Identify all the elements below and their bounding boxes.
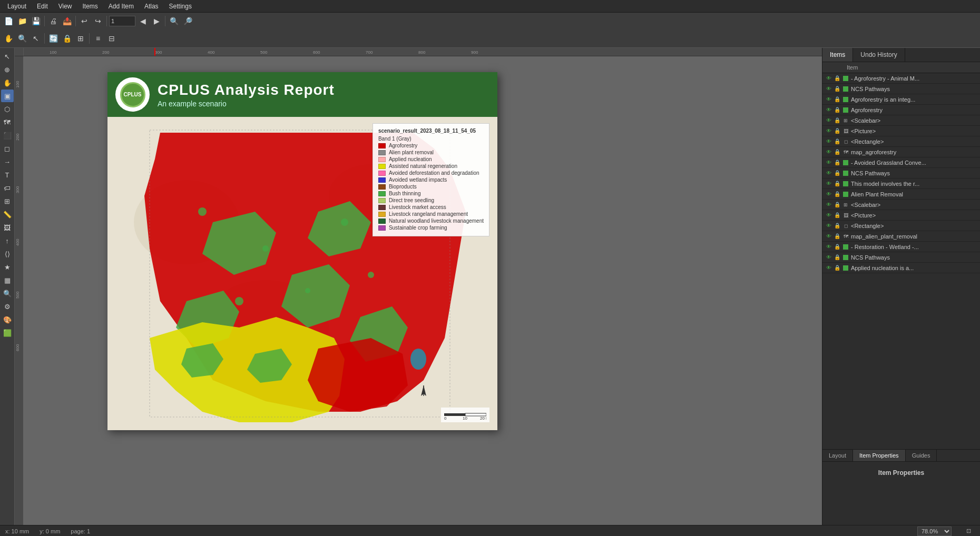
eye-icon[interactable]: 👁 [825, 127, 833, 135]
list-item[interactable]: 👁 🔒 NCS Pathways [822, 84, 980, 94]
left-add-arrow[interactable]: → [1, 155, 14, 168]
list-item[interactable]: 👁 🔒 🗺 map_agroforestry [822, 147, 980, 157]
item-name: NCS Pathways [851, 170, 978, 176]
tool-align[interactable]: ≡ [92, 32, 104, 45]
items-list[interactable]: 👁 🔒 - Agroforestry - Animal M... 👁 🔒 NCS… [822, 73, 980, 449]
menu-atlas[interactable]: Atlas [140, 2, 163, 11]
tool-pan[interactable]: ✋ [2, 32, 15, 45]
left-add-north[interactable]: ↑ [1, 234, 14, 247]
eye-icon[interactable]: 👁 [825, 180, 833, 188]
zoom-select[interactable]: 78.0% 50% 75% 100% 125% 150% [917, 527, 952, 536]
redo-btn[interactable]: ↪ [92, 15, 104, 27]
eye-icon[interactable]: 👁 [825, 95, 833, 104]
list-item[interactable]: 👁 🔒 NCS Pathways [822, 252, 980, 263]
left-add-text[interactable]: T [1, 168, 14, 181]
menu-view[interactable]: View [54, 2, 76, 11]
tab-undo-history[interactable]: Undo History [853, 48, 905, 62]
eye-icon[interactable]: 👁 [825, 106, 833, 114]
tab-guides[interactable]: Guides [906, 450, 937, 461]
left-cursor[interactable]: ↖ [1, 50, 14, 63]
list-item[interactable]: 👁 🔒 🖼 <Picture> [822, 210, 980, 221]
eye-icon[interactable]: 👁 [825, 201, 833, 209]
tab-layout[interactable]: Layout [822, 450, 853, 461]
menu-layout[interactable]: Layout [3, 2, 31, 11]
list-item[interactable]: 👁 🔒 ◻ <Rectangle> [822, 136, 980, 147]
list-item[interactable]: 👁 🔒 🖼 <Picture> [822, 126, 980, 136]
sep2 [75, 16, 76, 26]
eye-icon[interactable]: 👁 [825, 148, 833, 156]
list-item[interactable]: 👁 🔒 - Avoided Grassland Conve... [822, 157, 980, 168]
list-item[interactable]: 👁 🔒 Agroforestry [822, 105, 980, 115]
left-add-shape[interactable]: ◻ [1, 142, 14, 155]
left-select[interactable]: ▣ [1, 90, 14, 102]
left-atlas[interactable]: ★ [1, 261, 14, 273]
left-node[interactable]: ⬡ [1, 103, 14, 115]
save-btn[interactable]: 💾 [30, 15, 42, 27]
left-add-html[interactable]: ⟨⟩ [1, 247, 14, 260]
tool-distribute[interactable]: ⊟ [105, 32, 118, 45]
menu-items[interactable]: Items [79, 2, 102, 11]
export-btn[interactable]: 📤 [61, 15, 73, 27]
eye-icon[interactable]: 👁 [825, 116, 833, 125]
menu-edit[interactable]: Edit [33, 2, 52, 11]
left-add-legend[interactable]: ⊞ [1, 195, 14, 207]
left-add-map[interactable]: 🗺 [1, 116, 14, 128]
tool-refresh[interactable]: 🔄 [47, 32, 60, 45]
tool-group[interactable]: ⊞ [74, 32, 87, 45]
print-btn[interactable]: 🖨 [47, 15, 60, 27]
tool-zoom[interactable]: 🔍 [16, 32, 28, 45]
list-item[interactable]: 👁 🔒 - Restoration - Wetland -... [822, 242, 980, 252]
left-color[interactable]: 🎨 [1, 313, 14, 326]
list-item[interactable]: 👁 🔒 This model involves the r... [822, 178, 980, 189]
left-add-label[interactable]: 🏷 [1, 182, 14, 194]
left-add-3d[interactable]: ⬛ [1, 129, 14, 142]
tab-items[interactable]: Items [822, 48, 853, 62]
eye-icon[interactable]: 👁 [825, 158, 833, 167]
list-item[interactable]: 👁 🔒 ◻ <Rectangle> [822, 221, 980, 231]
open-btn[interactable]: 📁 [16, 15, 28, 27]
eye-icon[interactable]: 👁 [825, 264, 833, 272]
eye-icon[interactable]: 👁 [825, 232, 833, 241]
menu-settings[interactable]: Settings [165, 2, 196, 11]
list-item[interactable]: 👁 🔒 🗺 map_alien_plant_removal [822, 231, 980, 242]
eye-icon[interactable]: 👁 [825, 243, 833, 251]
eye-icon[interactable]: 👁 [825, 169, 833, 177]
list-item[interactable]: 👁 🔒 Agroforestry is an integ... [822, 94, 980, 105]
left-search[interactable]: 🔍 [1, 287, 14, 300]
next-page-btn[interactable]: ▶ [150, 15, 163, 27]
list-item[interactable]: 👁 🔒 Applied nucleation is a... [822, 263, 980, 273]
eye-icon[interactable]: 👁 [825, 211, 833, 220]
eye-icon[interactable]: 👁 [825, 85, 833, 93]
list-item[interactable]: 👁 🔒 - Agroforestry - Animal M... [822, 73, 980, 84]
zoom-in-btn[interactable]: 🔍 [168, 15, 180, 27]
new-btn[interactable]: 📄 [2, 15, 15, 27]
list-item[interactable]: 👁 🔒 ⊞ <Scalebar> [822, 115, 980, 126]
tab-item-properties[interactable]: Item Properties [853, 450, 906, 461]
status-zoom[interactable]: 78.0% 50% 75% 100% 125% 150% [917, 527, 952, 536]
menu-add-item[interactable]: Add Item [104, 2, 138, 11]
tool-select[interactable]: ↖ [30, 32, 42, 45]
canvas-area[interactable]: 100 200 300 400 500 600 700 800 900 100 … [15, 48, 822, 525]
eye-icon[interactable]: 👁 [825, 222, 833, 230]
left-add-image[interactable]: 🖼 [1, 221, 14, 234]
left-table[interactable]: ▦ [1, 274, 14, 286]
eye-icon[interactable]: 👁 [825, 190, 833, 198]
list-item[interactable]: 👁 🔒 Alien Plant Removal [822, 189, 980, 200]
left-add-scalebar[interactable]: 📏 [1, 208, 14, 221]
item-type-icon [841, 85, 850, 93]
eye-icon[interactable]: 👁 [825, 137, 833, 146]
left-fill[interactable]: 🟩 [1, 326, 14, 339]
left-pan[interactable]: ✋ [1, 76, 14, 89]
prev-page-btn[interactable]: ◀ [136, 15, 149, 27]
list-item[interactable]: 👁 🔒 NCS Pathways [822, 168, 980, 178]
zoom-out-btn[interactable]: 🔎 [181, 15, 194, 27]
eye-icon[interactable]: 👁 [825, 74, 833, 83]
page-input[interactable] [109, 16, 135, 26]
left-zoom[interactable]: ⊕ [1, 63, 14, 76]
left-settings2[interactable]: ⚙ [1, 300, 14, 313]
zoom-to-fit[interactable]: ⊡ [962, 525, 975, 537]
list-item[interactable]: 👁 🔒 ⊞ <Scalebar> [822, 200, 980, 210]
tool-lock[interactable]: 🔒 [61, 32, 73, 45]
undo-btn[interactable]: ↩ [78, 15, 91, 27]
eye-icon[interactable]: 👁 [825, 253, 833, 262]
